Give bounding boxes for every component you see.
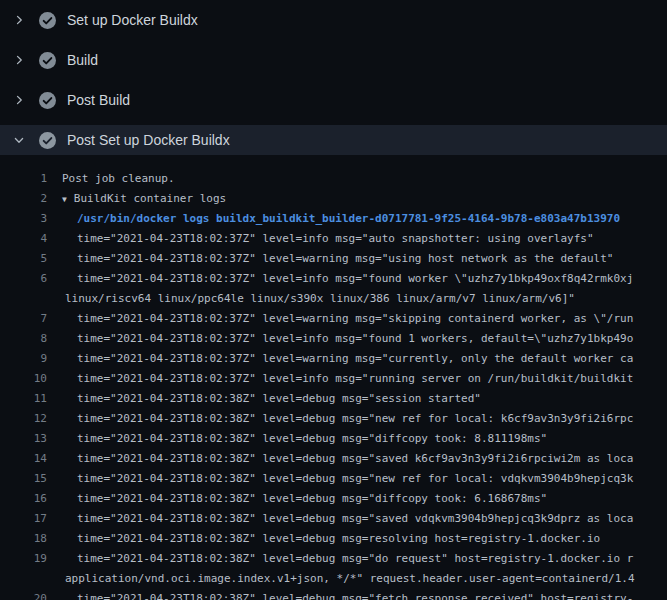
log-line-row[interactable]: 17time="2021-04-23T18:02:38Z" level=debu… (0, 509, 667, 529)
log-text: time="2021-04-23T18:02:37Z" level=info m… (77, 369, 633, 389)
log-text: Post job cleanup. (62, 169, 175, 189)
log-line-row[interactable]: 7time="2021-04-23T18:02:37Z" level=warni… (0, 309, 667, 329)
chevron-right-icon[interactable] (12, 13, 26, 27)
line-number[interactable]: 8 (0, 329, 47, 349)
step-label: Post Set up Docker Buildx (67, 132, 230, 148)
step-set-up-docker-buildx[interactable]: Set up Docker Buildx (0, 0, 667, 40)
log-text-value: time="2021-04-23T18:02:38Z" level=debug … (77, 532, 600, 545)
log-text-value: time="2021-04-23T18:02:37Z" level=warnin… (77, 312, 633, 325)
step-label: Post Build (67, 92, 130, 108)
check-circle-icon (39, 12, 56, 29)
line-number[interactable]: 2 (0, 189, 47, 209)
log-text: time="2021-04-23T18:02:38Z" level=debug … (77, 509, 633, 529)
log-line-row[interactable]: 18time="2021-04-23T18:02:38Z" level=debu… (0, 529, 667, 549)
log-text-value: time="2021-04-23T18:02:38Z" level=debug … (77, 512, 633, 525)
log-text: time="2021-04-23T18:02:37Z" level=warnin… (77, 349, 633, 369)
line-number[interactable]: 16 (0, 489, 47, 509)
log-text: time="2021-04-23T18:02:37Z" level=warnin… (77, 249, 613, 269)
log-group-toggle-icon[interactable]: ▼ (62, 195, 67, 204)
log-text: time="2021-04-23T18:02:38Z" level=debug … (77, 549, 633, 569)
step-build[interactable]: Build (0, 40, 667, 80)
log-text: ▼BuildKit container logs (62, 189, 226, 210)
chevron-down-icon[interactable] (12, 133, 26, 147)
log-text-value: linux/riscv64 linux/ppc64le linux/s390x … (65, 292, 575, 305)
line-number[interactable]: 6 (0, 269, 47, 289)
log-line-row[interactable]: 2▼BuildKit container logs (0, 189, 667, 209)
log-text-value: BuildKit container logs (74, 192, 226, 205)
line-number[interactable]: 10 (0, 369, 47, 389)
log-command-text: /usr/bin/docker logs buildx_buildkit_bui… (77, 209, 620, 229)
log-text: time="2021-04-23T18:02:38Z" level=debug … (77, 469, 633, 489)
line-number[interactable]: 1 (0, 169, 47, 189)
log-line-row[interactable]: 5time="2021-04-23T18:02:37Z" level=warni… (0, 249, 667, 269)
log-text: time="2021-04-23T18:02:38Z" level=debug … (77, 429, 547, 449)
log-line-row[interactable]: 4time="2021-04-23T18:02:37Z" level=info … (0, 229, 667, 249)
line-number[interactable]: 5 (0, 249, 47, 269)
log-line-row[interactable]: 13time="2021-04-23T18:02:38Z" level=debu… (0, 429, 667, 449)
log-text: time="2021-04-23T18:02:37Z" level=info m… (77, 329, 633, 349)
line-number[interactable]: 11 (0, 389, 47, 409)
log-line-row[interactable]: 15time="2021-04-23T18:02:38Z" level=debu… (0, 469, 667, 489)
step-post-set-up-docker-buildx[interactable]: Post Set up Docker Buildx (0, 125, 667, 155)
log-line-row[interactable]: 20time="2021-04-23T18:02:38Z" level=debu… (0, 589, 667, 600)
log-text-value: time="2021-04-23T18:02:37Z" level=info m… (77, 372, 633, 385)
log-text: time="2021-04-23T18:02:38Z" level=debug … (77, 389, 481, 409)
check-circle-icon (39, 92, 56, 109)
log-line-row[interactable]: 19time="2021-04-23T18:02:38Z" level=debu… (0, 549, 667, 569)
log-line-row[interactable]: application/vnd.oci.image.index.v1+json,… (0, 569, 667, 589)
log-line-row[interactable]: 10time="2021-04-23T18:02:37Z" level=info… (0, 369, 667, 389)
log-text-value: time="2021-04-23T18:02:38Z" level=debug … (77, 452, 633, 465)
log-text: time="2021-04-23T18:02:38Z" level=debug … (77, 529, 600, 549)
check-circle-icon (39, 52, 56, 69)
chevron-right-icon[interactable] (12, 53, 26, 67)
line-number[interactable]: 7 (0, 309, 47, 329)
log-text-value: /usr/bin/docker logs buildx_buildkit_bui… (77, 212, 620, 225)
log-text-value: time="2021-04-23T18:02:37Z" level=info m… (77, 332, 633, 345)
log-text: time="2021-04-23T18:02:38Z" level=debug … (77, 409, 633, 429)
log-text-value: time="2021-04-23T18:02:37Z" level=info m… (77, 232, 594, 245)
log-line-row[interactable]: 9time="2021-04-23T18:02:37Z" level=warni… (0, 349, 667, 369)
log-text-value: Post job cleanup. (62, 172, 175, 185)
line-number[interactable]: 19 (0, 549, 47, 569)
step-post-build[interactable]: Post Build (0, 80, 667, 120)
step-label: Set up Docker Buildx (67, 12, 198, 28)
line-number[interactable]: 15 (0, 469, 47, 489)
log-line-row[interactable]: 1Post job cleanup. (0, 169, 667, 189)
log-line-row[interactable]: 16time="2021-04-23T18:02:38Z" level=debu… (0, 489, 667, 509)
log-line-row[interactable]: linux/riscv64 linux/ppc64le linux/s390x … (0, 289, 667, 309)
log-line-row[interactable]: 3/usr/bin/docker logs buildx_buildkit_bu… (0, 209, 667, 229)
log-text-value: time="2021-04-23T18:02:38Z" level=debug … (77, 592, 633, 600)
log-text: time="2021-04-23T18:02:38Z" level=debug … (77, 449, 633, 469)
line-number[interactable]: 17 (0, 509, 47, 529)
log-text: linux/riscv64 linux/ppc64le linux/s390x … (65, 289, 575, 309)
chevron-right-icon[interactable] (12, 93, 26, 107)
log-text-value: time="2021-04-23T18:02:38Z" level=debug … (77, 472, 633, 485)
log-line-row[interactable]: 14time="2021-04-23T18:02:38Z" level=debu… (0, 449, 667, 469)
log-text: time="2021-04-23T18:02:37Z" level=info m… (77, 269, 633, 289)
log-text: time="2021-04-23T18:02:37Z" level=warnin… (77, 309, 633, 329)
log-text-value: time="2021-04-23T18:02:38Z" level=debug … (77, 412, 633, 425)
log-line-row[interactable]: 12time="2021-04-23T18:02:38Z" level=debu… (0, 409, 667, 429)
log-text-value: time="2021-04-23T18:02:37Z" level=warnin… (77, 352, 633, 365)
line-number[interactable]: 12 (0, 409, 47, 429)
line-number[interactable]: 14 (0, 449, 47, 469)
step-list: Set up Docker Buildx Build Post Build Po… (0, 0, 667, 155)
log-text-value: time="2021-04-23T18:02:37Z" level=warnin… (77, 252, 613, 265)
line-number[interactable]: 18 (0, 529, 47, 549)
line-number[interactable]: 13 (0, 429, 47, 449)
log-text-value: application/vnd.oci.image.index.v1+json,… (65, 572, 635, 585)
line-number[interactable]: 4 (0, 229, 47, 249)
log-text-value: time="2021-04-23T18:02:38Z" level=debug … (77, 552, 633, 565)
log-text-value: time="2021-04-23T18:02:38Z" level=debug … (77, 492, 547, 505)
log-lines: 1Post job cleanup.2▼BuildKit container l… (0, 159, 667, 600)
line-number[interactable]: 3 (0, 209, 47, 229)
step-label: Build (67, 52, 98, 68)
log-line-row[interactable]: 11time="2021-04-23T18:02:38Z" level=debu… (0, 389, 667, 409)
line-number[interactable]: 20 (0, 589, 47, 600)
check-circle-icon (39, 132, 56, 149)
log-text: time="2021-04-23T18:02:38Z" level=debug … (77, 489, 547, 509)
log-line-row[interactable]: 8time="2021-04-23T18:02:37Z" level=info … (0, 329, 667, 349)
log-line-row[interactable]: 6time="2021-04-23T18:02:37Z" level=info … (0, 269, 667, 289)
log-text: application/vnd.oci.image.index.v1+json,… (65, 569, 635, 589)
line-number[interactable]: 9 (0, 349, 47, 369)
